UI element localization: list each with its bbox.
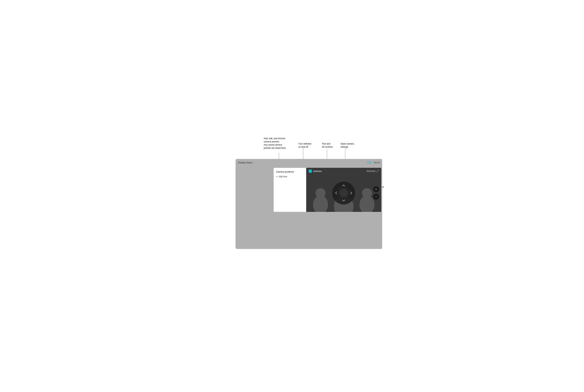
page-wrapper: Add, edit, and removecamera presets.Any … xyxy=(195,127,389,265)
zoom-controls: + − xyxy=(373,186,379,200)
maximize-icon xyxy=(377,170,379,172)
selfview-toggle-group[interactable]: ✓ Selfview xyxy=(309,170,322,173)
time-display: 14:13 xyxy=(374,161,380,164)
camera-preview: + − xyxy=(306,174,381,212)
pantilt-control[interactable] xyxy=(332,182,355,204)
display-name-text: Display Name xyxy=(238,161,252,164)
add-new-label: Add new xyxy=(279,175,287,178)
selfview-panel: ✓ Selfview Maximize xyxy=(306,168,381,212)
zoom-in-button[interactable]: + xyxy=(373,186,379,192)
pantilt-right-button[interactable] xyxy=(349,190,354,196)
pantilt-up-button[interactable] xyxy=(341,183,346,188)
camera-panel: Camera positions + Add new ✓ Selfview Ma… xyxy=(273,168,381,212)
device-frame: Display Name › 14:13 Camera positions xyxy=(236,159,382,249)
selfview-checkbox[interactable]: ✓ xyxy=(309,170,312,173)
pantilt-center xyxy=(340,189,348,197)
maximize-label: Maximize xyxy=(367,170,376,172)
svg-rect-0 xyxy=(367,162,370,163)
svg-point-2 xyxy=(316,188,326,198)
chevron-right-icon: › xyxy=(253,162,253,164)
maximize-button[interactable]: Maximize xyxy=(367,170,379,172)
camera-positions-title: Camera positions xyxy=(276,170,304,173)
pantilt-left-button[interactable] xyxy=(334,190,339,196)
zoom-out-button[interactable]: − xyxy=(373,194,379,200)
selfview-label: Selfview xyxy=(313,170,322,172)
camera-positions-panel: Camera positions + Add new xyxy=(273,168,306,212)
annotation-selfview: Turn selfviewon and off xyxy=(299,142,311,148)
annotation-camera-presets: Add, edit, and removecamera presets.Any … xyxy=(264,137,286,150)
camera-icon[interactable] xyxy=(367,161,371,164)
annotation-pantilt: Pan andtilt controls xyxy=(322,142,333,148)
selfview-header: ✓ Selfview Maximize xyxy=(306,168,381,174)
pantilt-down-button[interactable] xyxy=(341,198,346,203)
display-name[interactable]: Display Name › xyxy=(238,161,254,164)
annotation-camera-settings: Open camerasettings xyxy=(341,142,354,148)
pantilt-circle xyxy=(332,182,355,204)
top-bar-right: 14:13 xyxy=(367,161,380,164)
plus-icon: + xyxy=(276,175,278,178)
svg-point-6 xyxy=(362,188,372,198)
add-new-button[interactable]: + Add new xyxy=(276,175,304,178)
top-bar: Display Name › 14:13 xyxy=(236,159,382,166)
